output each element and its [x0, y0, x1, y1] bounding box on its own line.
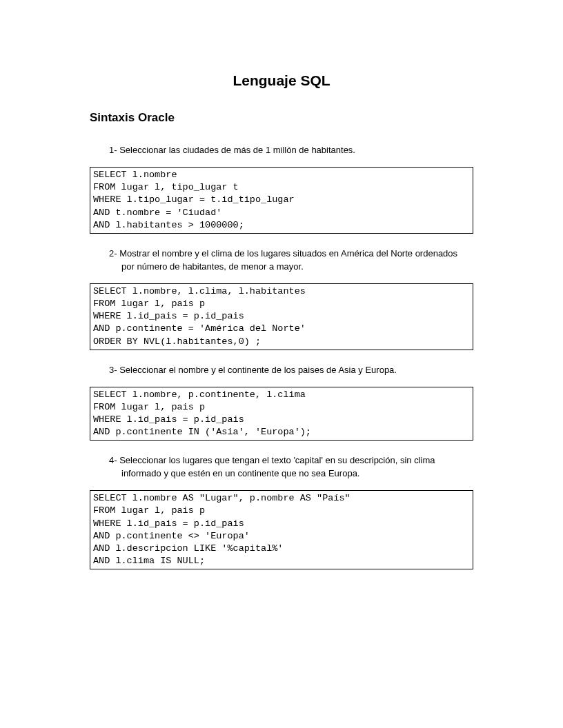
question-label: 4- Seleccionar los lugares que tengan el… [109, 454, 466, 481]
code-box: SELECT l.nombre FROM lugar l, tipo_lugar… [90, 167, 473, 234]
question-block-1: 1- Seleccionar las ciudades de más de 1 … [90, 144, 473, 234]
question-text: 3- Seleccionar el nombre y el continente… [109, 364, 473, 377]
question-block-4: 4- Seleccionar los lugares que tengan el… [90, 454, 473, 569]
code-box: SELECT l.nombre, l.clima, l.habitantes F… [90, 283, 473, 350]
page-title: Lenguaje SQL [90, 72, 473, 89]
question-text: 2- Mostrar el nombre y el clima de los l… [109, 247, 473, 274]
code-box: SELECT l.nombre, p.continente, l.clima F… [90, 387, 473, 441]
question-text: 1- Seleccionar las ciudades de más de 1 … [109, 144, 473, 157]
question-label: 3- Seleccionar el nombre y el continente… [109, 364, 466, 377]
question-block-3: 3- Seleccionar el nombre y el continente… [90, 364, 473, 441]
question-label: 1- Seleccionar las ciudades de más de 1 … [109, 144, 466, 157]
question-label: 2- Mostrar el nombre y el clima de los l… [109, 247, 466, 274]
code-box: SELECT l.nombre AS "Lugar", p.nombre AS … [90, 490, 473, 569]
question-text: 4- Seleccionar los lugares que tengan el… [109, 454, 473, 481]
question-block-2: 2- Mostrar el nombre y el clima de los l… [90, 247, 473, 350]
section-heading: Sintaxis Oracle [90, 111, 473, 125]
